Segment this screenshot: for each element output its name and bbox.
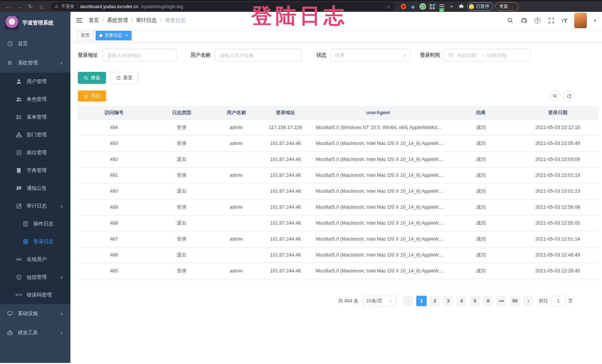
sidebar-item-error-codes[interactable]: </> 错误码管理 xyxy=(0,286,70,304)
cell-login-address: 101.87.244.46 xyxy=(259,263,311,279)
cell-login-date: 2021-05-03 23:12:15 xyxy=(517,119,598,135)
page-button[interactable]: 1 xyxy=(416,296,427,306)
close-tab-icon[interactable]: × xyxy=(125,33,128,38)
extension-diamond-icon[interactable]: ◆ xyxy=(409,3,417,10)
sidebar-item-sms[interactable]: 短信管理 ∨ xyxy=(0,268,70,286)
back-icon[interactable]: ← xyxy=(4,2,13,11)
cell-result: 成功 xyxy=(445,247,517,263)
search-button[interactable]: 搜索 xyxy=(78,72,106,84)
chevron-up-icon: ∧ xyxy=(60,204,63,209)
hamburger-icon[interactable] xyxy=(70,18,89,23)
end-date-input[interactable] xyxy=(487,53,510,58)
cell-username xyxy=(213,151,259,167)
status-select[interactable]: 结果 ∨ xyxy=(331,49,410,62)
sidebar-item-login-log[interactable]: 登录日志 xyxy=(0,233,70,251)
breadcrumb-system[interactable]: 系统管理 xyxy=(107,17,128,24)
reset-button[interactable]: 重置 xyxy=(110,72,138,84)
page-button[interactable]: 3 xyxy=(443,296,453,306)
refresh-table-button[interactable] xyxy=(564,91,574,101)
sidebar-item-menus[interactable]: 菜单管理 xyxy=(0,108,70,126)
sidebar-item-online-users[interactable]: 在线用户 xyxy=(0,251,70,268)
cell-id: 490 xyxy=(78,183,150,199)
table-row: 485 登录 admin 101.87.244.46 Mozilla/5.0 (… xyxy=(78,263,598,279)
extension-list-icon[interactable]: on xyxy=(438,3,446,10)
export-button[interactable]: 导出 xyxy=(78,90,106,102)
breadcrumb-home[interactable]: 首页 xyxy=(89,17,99,24)
cell-login-date: 2021-05-03 23:02:19 xyxy=(517,167,598,183)
username-input[interactable] xyxy=(215,49,302,62)
header-search-icon[interactable] xyxy=(507,17,513,24)
bookmark-star-icon[interactable]: ☆ xyxy=(386,4,391,10)
extension-plant-icon[interactable]: ❧ xyxy=(448,3,455,10)
sidebar-item-devtools[interactable]: 研发工具 ∨ xyxy=(0,323,70,343)
sidebar-item-system[interactable]: ⚙ 系统管理 ∧ xyxy=(0,53,70,73)
cell-user-agent: Mozilla/5.0 (Macintosh; Intel Mac OS X 1… xyxy=(311,247,445,263)
home-icon[interactable]: ⌂ xyxy=(37,2,46,11)
help-icon[interactable]: ? xyxy=(534,17,541,24)
chrome-update-button[interactable]: 更新 ⋮ xyxy=(495,2,519,11)
sidebar-item-posts[interactable]: 岗位管理 xyxy=(0,144,70,162)
cell-log-type: 登录 xyxy=(150,263,213,279)
url-host: dashboard.yudao.iocoder.cn xyxy=(80,4,138,9)
profile-paused-badge[interactable]: 已暂停 xyxy=(467,2,493,11)
extensions-puzzle-icon[interactable] xyxy=(457,3,465,10)
page-button[interactable]: 6 xyxy=(483,296,493,306)
sidebar-item-operate-log[interactable]: 操作日志 xyxy=(0,215,70,233)
cell-login-date: 2021-05-03 23:05:49 xyxy=(517,135,598,151)
chevron-down-icon: ∨ xyxy=(403,53,406,58)
next-page-button[interactable]: › xyxy=(523,296,533,306)
page-button[interactable]: 50 xyxy=(510,296,520,306)
navbar: 首页 / 系统管理 / 审计日志 / 登录日志 ? TT xyxy=(70,12,602,29)
cell-result: 成功 xyxy=(445,151,517,167)
breadcrumb-audit-log[interactable]: 审计日志 xyxy=(136,17,157,24)
login-time-range-picker[interactable]: - xyxy=(444,49,530,62)
cell-result: 成功 xyxy=(445,183,517,199)
avatar-caret-icon[interactable]: ▾ xyxy=(594,18,596,23)
sidebar-item-users[interactable]: 用户管理 xyxy=(0,73,70,90)
tab-login-log[interactable]: 登录日志 × xyxy=(96,31,132,40)
page-button[interactable]: 2 xyxy=(430,296,440,306)
extension-vue-devtools-icon[interactable]: V xyxy=(419,3,426,10)
cell-user-agent: Mozilla/5.0 (Macintosh; Intel Mac OS X 1… xyxy=(311,231,445,247)
chevron-down-icon: ∨ xyxy=(60,311,63,316)
sidebar-item-home[interactable]: 首页 xyxy=(0,34,70,53)
cell-id: 492 xyxy=(78,151,150,167)
address-bar[interactable]: ⚠ 不安全 dashboard.yudao.iocoder.cn/system/… xyxy=(50,2,395,11)
table-body: 494 登录 admin 117.159.17.226 Mozilla/5.0 … xyxy=(78,119,598,279)
sidebar-item-roles[interactable]: 角色管理 xyxy=(0,90,70,108)
forward-icon[interactable]: → xyxy=(15,2,24,11)
tab-home[interactable]: 首页 xyxy=(77,31,93,40)
start-date-input[interactable] xyxy=(457,53,480,58)
sidebar-logo[interactable]: 芋道管理系统 xyxy=(0,12,70,34)
prev-page-button[interactable]: ‹ xyxy=(403,296,413,306)
search-icon xyxy=(84,76,89,80)
sidebar-item-audit-log[interactable]: 审计日志 ∧ xyxy=(0,197,70,215)
extension-grid-icon[interactable] xyxy=(429,3,436,10)
sidebar-item-dict[interactable]: 字典管理 xyxy=(0,162,70,179)
font-size-icon[interactable]: TT xyxy=(562,17,567,24)
page-button[interactable]: 4 xyxy=(456,296,467,306)
username-label: 用户名称 xyxy=(191,52,211,59)
github-icon[interactable] xyxy=(520,17,527,24)
cell-username xyxy=(213,215,259,231)
page-button[interactable]: 5 xyxy=(470,296,480,306)
cell-id: 488 xyxy=(78,215,150,231)
browser-menu-icon[interactable]: ⋮ xyxy=(510,4,515,9)
sidebar-item-notices[interactable]: 通知公告 xyxy=(0,179,70,197)
goto-page-input[interactable] xyxy=(551,296,566,306)
sidebar-item-departments[interactable]: 部门管理 xyxy=(0,126,70,144)
status-label: 状态 xyxy=(317,52,327,59)
gear-icon: ⚙ xyxy=(7,60,13,66)
toggle-search-button[interactable] xyxy=(550,91,560,101)
page-ellipsis[interactable]: ••• xyxy=(496,296,507,306)
login-address-input[interactable] xyxy=(102,49,176,62)
cell-login-date: 2021-05-03 23:03:06 xyxy=(517,151,598,167)
avatar[interactable] xyxy=(574,13,587,28)
fullscreen-icon[interactable] xyxy=(548,17,555,24)
col-result: 结果 xyxy=(445,106,517,119)
sidebar-item-infrastructure[interactable]: 基础设施 ∨ xyxy=(0,304,70,323)
page-size-select[interactable]: 10条/页 ∨ xyxy=(362,296,396,306)
extension-ember-icon[interactable] xyxy=(400,3,407,10)
cell-log-type: 登录 xyxy=(150,199,213,215)
reload-icon[interactable]: ↻ xyxy=(26,2,35,11)
